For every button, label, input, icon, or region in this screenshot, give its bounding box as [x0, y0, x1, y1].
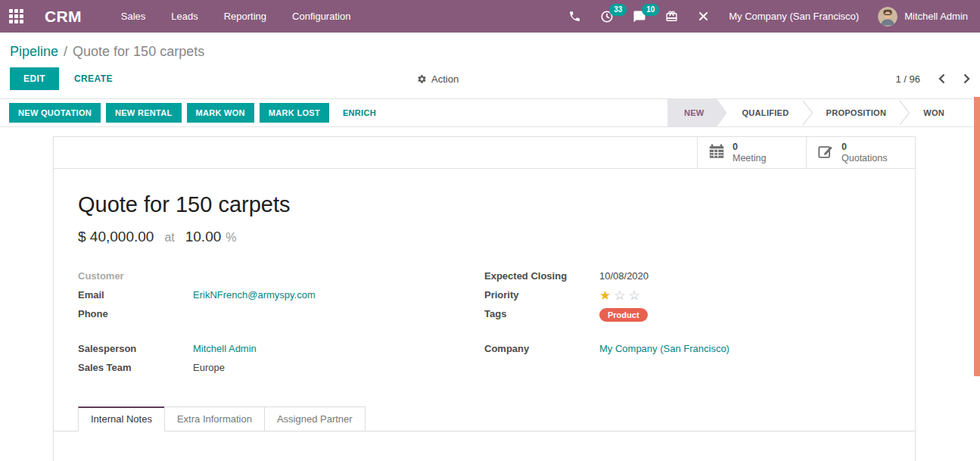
- email-value[interactable]: ErikNFrench@armyspy.com: [193, 289, 316, 301]
- app-title[interactable]: CRM: [45, 8, 82, 26]
- apps-menu-icon[interactable]: [9, 9, 23, 23]
- tab-assigned-partner[interactable]: Assigned Partner: [264, 406, 366, 431]
- sheet-body: Quote for 150 carpets $ 40,000.00 at 10.…: [54, 169, 915, 379]
- field-expected-closing: Expected Closing10/08/2020: [484, 269, 891, 288]
- user-name: Mitchell Admin: [904, 11, 968, 22]
- menu-item-leads[interactable]: Leads: [171, 11, 198, 22]
- field-email: EmailErikNFrench@armyspy.com: [78, 288, 484, 307]
- statusbar-buttons: NEW QUOTATIONNEW RENTALMARK WONMARK LOST: [9, 103, 334, 123]
- user-menu[interactable]: Mitchell Admin: [878, 7, 968, 26]
- lead-title: Quote for 150 carpets: [78, 192, 891, 217]
- notebook-tabs: Internal NotesExtra InformationAssigned …: [54, 406, 915, 431]
- messages-icon[interactable]: 10: [633, 10, 646, 23]
- company-value[interactable]: My Company (San Francisco): [599, 343, 730, 354]
- systray: 33 10 My Company (San Francisco) Mit: [568, 7, 968, 26]
- stage-won[interactable]: WON: [908, 99, 960, 126]
- expected-closing-label: Expected Closing: [484, 270, 599, 282]
- expected-closing-value: 10/08/2020: [599, 270, 649, 282]
- smart-button-meeting-count: 0: [733, 142, 766, 153]
- field-sales-team: Sales TeamEurope: [78, 360, 484, 379]
- create-button[interactable]: CREATE: [74, 73, 113, 84]
- scrollbar-thumb[interactable]: [974, 97, 980, 376]
- mark-lost-button[interactable]: MARK LOST: [260, 103, 329, 123]
- sales-team-value: Europe: [193, 362, 225, 373]
- smart-button-box: 0Meeting0Quotations: [54, 137, 915, 169]
- smart-button-quotations-count: 0: [842, 142, 887, 153]
- field-column-right: Expected Closing10/08/2020Priority★☆☆Tag…: [484, 269, 891, 379]
- mark-won-button[interactable]: MARK WON: [187, 103, 254, 123]
- tags-label: Tags: [484, 308, 599, 319]
- gear-icon: [417, 74, 427, 84]
- smart-button-quotations-label: Quotations: [842, 153, 887, 164]
- messages-badge: 10: [642, 4, 659, 16]
- activities-icon[interactable]: 33: [600, 10, 614, 23]
- stage-proposition[interactable]: PROPOSITION: [811, 99, 902, 126]
- sales-team-label: Sales Team: [78, 362, 193, 373]
- smart-button-quotations[interactable]: 0Quotations: [806, 137, 915, 168]
- phone-icon[interactable]: [568, 10, 581, 23]
- top-navbar: CRM SalesLeadsReportingConfiguration 33 …: [0, 0, 980, 33]
- breadcrumb-pipeline-link[interactable]: Pipeline: [10, 44, 58, 59]
- priority-star-empty[interactable]: ☆: [614, 288, 628, 303]
- phone-label: Phone: [78, 308, 193, 319]
- form-sheet: 0Meeting0Quotations Quote for 150 carpet…: [53, 136, 916, 461]
- smart-button-meeting[interactable]: 0Meeting: [697, 137, 806, 168]
- field-grid: CustomerEmailErikNFrench@armyspy.comPhon…: [78, 269, 891, 379]
- pager-count: 1 / 96: [895, 73, 920, 85]
- field-phone: Phone: [78, 307, 484, 326]
- email-label: Email: [78, 289, 193, 301]
- tab-extra-information[interactable]: Extra Information: [164, 406, 265, 431]
- action-label: Action: [431, 73, 459, 85]
- stage-new[interactable]: NEW: [667, 99, 727, 126]
- salesperson-value[interactable]: Mitchell Admin: [193, 343, 257, 354]
- probability-value: 10.00: [185, 229, 222, 245]
- priority-star-filled[interactable]: ★: [599, 288, 614, 303]
- breadcrumb-separator: /: [64, 44, 67, 59]
- menu-item-sales[interactable]: Sales: [121, 11, 146, 22]
- company-switcher[interactable]: My Company (San Francisco): [729, 11, 859, 22]
- breadcrumb: Pipeline/Quote for 150 carpets: [0, 33, 980, 60]
- user-avatar: [878, 7, 898, 26]
- priority-star-empty[interactable]: ☆: [629, 288, 643, 303]
- field-priority: Priority★☆☆: [484, 288, 891, 307]
- smart-button-meeting-label: Meeting: [733, 153, 766, 164]
- gift-icon[interactable]: [665, 10, 678, 23]
- tab-internal-notes[interactable]: Internal Notes: [78, 406, 165, 431]
- percent-sign: %: [226, 231, 236, 245]
- company-label: Company: [484, 343, 599, 354]
- field-column-left: CustomerEmailErikNFrench@armyspy.comPhon…: [78, 269, 484, 379]
- breadcrumb-current: Quote for 150 carpets: [73, 44, 204, 59]
- control-panel-buttons: EDIT CREATE Action 1 / 96: [0, 60, 980, 98]
- activities-badge: 33: [609, 4, 627, 16]
- priority-label: Priority: [484, 289, 599, 301]
- tools-icon[interactable]: [697, 10, 710, 23]
- stage-qualified[interactable]: QUALIFIED: [727, 99, 804, 126]
- tags-value: Product: [599, 308, 648, 322]
- new-rental-button[interactable]: NEW RENTAL: [106, 103, 182, 123]
- expected-revenue-row: $ 40,000.00 at 10.00 %: [78, 229, 891, 245]
- expected-revenue-value: $ 40,000.00: [78, 229, 154, 245]
- pager: 1 / 96: [895, 73, 970, 85]
- main-menu: SalesLeadsReportingConfiguration: [121, 11, 351, 22]
- field-tags: TagsProduct: [484, 307, 891, 326]
- edit-button[interactable]: EDIT: [10, 67, 59, 90]
- tag-product: Product: [599, 308, 648, 322]
- menu-item-reporting[interactable]: Reporting: [224, 11, 266, 22]
- field-company: CompanyMy Company (San Francisco): [484, 341, 891, 360]
- field-salesperson: SalespersonMitchell Admin: [78, 341, 484, 360]
- stage-pipeline: NEWQUALIFIEDPROPOSITIONWON: [667, 99, 960, 126]
- menu-item-configuration[interactable]: Configuration: [292, 11, 350, 22]
- action-menu[interactable]: Action: [417, 73, 459, 85]
- pager-previous-icon[interactable]: [938, 73, 945, 84]
- statusbar: NEW QUOTATIONNEW RENTALMARK WONMARK LOST…: [0, 98, 980, 127]
- enrich-button[interactable]: ENRICH: [343, 108, 376, 117]
- edit-note-icon: [817, 143, 834, 163]
- new-quotation-button[interactable]: NEW QUOTATION: [9, 103, 101, 123]
- field-customer: Customer: [78, 269, 484, 288]
- customer-label: Customer: [78, 270, 193, 282]
- calendar-icon: [708, 143, 725, 163]
- pager-next-icon[interactable]: [963, 73, 970, 84]
- at-label: at: [164, 231, 174, 245]
- priority-value: ★☆☆: [599, 289, 643, 302]
- tab-content-internal-notes: [54, 431, 915, 461]
